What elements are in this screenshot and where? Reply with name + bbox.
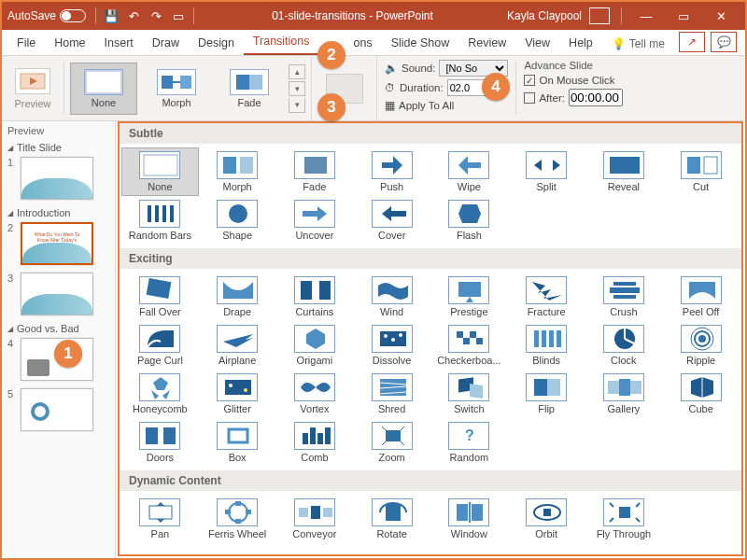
transition-morph[interactable]: Morph [199,147,276,196]
transition-origami[interactable]: Origami [276,321,354,370]
svg-marker-31 [466,297,473,302]
transition-fade[interactable]: Fade [216,63,283,115]
transition-zoom[interactable]: Zoom [353,418,430,467]
transition-pan[interactable]: Pan [121,495,199,543]
tab-draw[interactable]: Draw [143,32,189,55]
transition-dissolve[interactable]: Dissolve [353,321,430,370]
after-input[interactable] [569,89,623,106]
transition-peel-off[interactable]: Peel Off [662,273,740,321]
transition-fracture[interactable]: Fracture [508,273,585,321]
undo-icon[interactable]: ↶ [124,7,143,25]
transition-shape[interactable]: Shape [199,196,276,245]
transition-icon [372,422,413,450]
tab-slideshow[interactable]: Slide Show [382,32,459,55]
transition-wipe[interactable]: Wipe [430,147,508,196]
transition-cube[interactable]: Cube [662,370,740,418]
after-checkbox[interactable] [524,92,535,104]
transition-ripple[interactable]: Ripple [662,321,740,370]
tab-help[interactable]: Help [559,32,602,55]
start-from-beginning-icon[interactable]: ▭ [169,7,188,25]
transition-curtains[interactable]: Curtains [276,273,354,321]
transition-icon [448,498,489,526]
comments-button[interactable]: 💬 [711,32,737,52]
close-button[interactable]: ✕ [702,2,740,30]
apply-all-button[interactable]: Apply To All [399,100,454,111]
tab-transitions[interactable]: Transitions [244,30,319,55]
transition-none[interactable]: None [121,147,199,196]
section-good-vs-bad[interactable]: Good vs. Bad [7,323,109,334]
user-avatar[interactable] [589,7,610,24]
slide-thumb-3[interactable]: 3 [7,273,109,315]
scroll-down-icon[interactable]: ▾ [289,81,305,96]
transition-vortex[interactable]: Vortex [276,370,354,418]
transition-drape[interactable]: Drape [199,273,276,321]
transition-prestige[interactable]: Prestige [430,273,508,321]
transition-reveal[interactable]: Reveal [585,147,663,196]
tab-view[interactable]: View [515,32,559,55]
slide-thumb-5[interactable]: 5 [7,388,109,431]
on-mouse-click-checkbox[interactable]: ✓ [524,75,535,86]
transition-page-curl[interactable]: Page Curl [121,321,199,370]
transition-label: Curtains [295,306,333,317]
transition-gallery[interactable]: Gallery [585,370,663,418]
transition-conveyor[interactable]: Conveyor [276,495,354,543]
tab-design[interactable]: Design [189,32,244,55]
transition-orbit[interactable]: Orbit [508,495,585,543]
transition-window[interactable]: Window [430,495,508,543]
transition-flip[interactable]: Flip [508,370,585,418]
transition-ferris-wheel[interactable]: Ferris Wheel [199,495,276,543]
transition-blinds[interactable]: Blinds [508,321,585,370]
transition-split[interactable]: Split [508,147,585,196]
slide-thumb-2[interactable]: 2 What Do You Want ToKnow After Today'sP… [7,222,109,265]
transition-fly-through[interactable]: Fly Through [585,495,663,543]
transition-none[interactable]: None [70,63,137,115]
tab-home[interactable]: Home [45,32,94,55]
transition-morph[interactable]: Morph [143,63,210,115]
transition-box[interactable]: Box [199,418,276,467]
transition-crush[interactable]: Crush [585,273,663,321]
restore-button[interactable]: ▭ [665,2,702,30]
tell-me-search[interactable]: 💡 Tell me [602,33,674,55]
tab-insert[interactable]: Insert [95,32,143,55]
callout-badge-4: 4 [482,73,510,101]
transition-honeycomb[interactable]: Honeycomb [121,370,199,418]
tab-review[interactable]: Review [458,32,515,55]
scroll-up-icon[interactable]: ▴ [289,64,305,79]
transition-fall-over[interactable]: Fall Over [121,273,199,321]
svg-rect-78 [317,433,323,444]
share-button[interactable]: ↗ [679,32,705,52]
section-title-slide[interactable]: Title Slide [7,142,109,153]
preview-button-icon[interactable] [15,68,50,94]
autosave-toggle[interactable]: AutoSave [7,9,86,22]
transition-fade[interactable]: Fade [276,147,354,196]
transition-random-bars[interactable]: Random Bars [121,196,199,245]
transition-wind[interactable]: Wind [353,273,430,321]
transition-cover[interactable]: Cover [353,196,430,245]
transition-shred[interactable]: Shred [353,370,430,418]
transition-uncover[interactable]: Uncover [276,196,354,245]
transition-cut[interactable]: Cut [662,147,740,196]
document-title: 01-slide-transitions - PowerPoint [198,9,507,22]
transition-glitter[interactable]: Glitter [199,370,276,418]
transition-checkerboa-[interactable]: Checkerboa... [430,321,508,370]
transition-comb[interactable]: Comb [276,418,354,467]
transition-clock[interactable]: Clock [585,321,663,370]
transition-random[interactable]: ?Random [430,418,508,467]
tab-file[interactable]: File [7,32,45,55]
slide-thumb-1[interactable]: 1 [7,157,109,200]
transition-doors[interactable]: Doors [121,418,199,467]
save-icon[interactable]: 💾 [102,7,120,25]
gallery-expand[interactable]: ▴ ▾ ▾ [289,63,305,115]
transition-label: Doors [147,452,174,463]
svg-rect-6 [249,75,262,90]
redo-icon[interactable]: ↷ [147,7,165,25]
transition-push[interactable]: Push [353,147,430,196]
transition-switch[interactable]: Switch [430,370,508,418]
transition-airplane[interactable]: Airplane [199,321,276,370]
toggle-off-icon[interactable] [60,9,86,22]
minimize-button[interactable]: — [627,2,665,30]
more-icon[interactable]: ▾ [289,98,305,113]
transition-rotate[interactable]: Rotate [353,495,430,543]
transition-flash[interactable]: Flash [430,196,508,245]
section-introduction[interactable]: Introduction [7,207,109,218]
